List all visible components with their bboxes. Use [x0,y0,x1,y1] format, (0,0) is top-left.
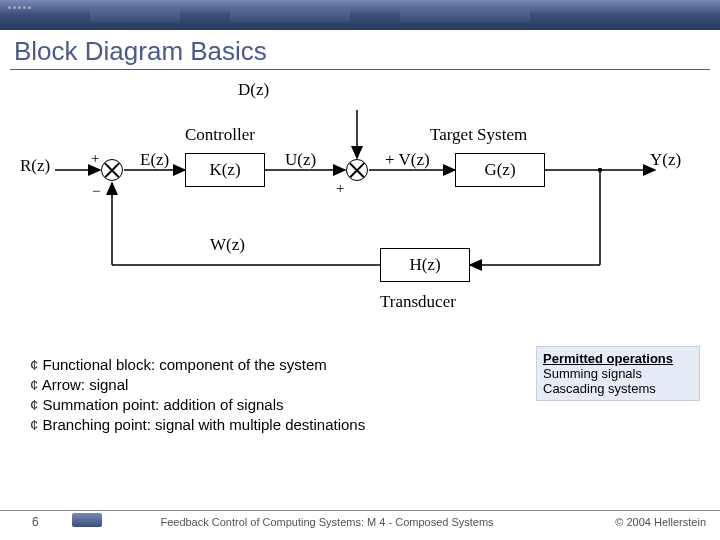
header-segment [230,8,350,22]
permitted-line: Cascading systems [543,381,693,396]
slide-header [0,0,720,30]
sum1-minus: − [92,183,100,200]
summing-junction-2 [346,159,368,181]
signal-U: U(z) [285,150,316,170]
header-dots-icon [8,6,31,9]
footer-copyright: © 2004 Hellerstein [615,516,706,528]
block-K: K(z) [185,153,265,187]
summing-junction-1 [101,159,123,181]
permitted-title: Permitted operations [543,351,693,366]
footer-segment [72,513,102,527]
controller-label: Controller [185,125,255,145]
transducer-label: Transducer [380,292,456,312]
target-system-label: Target System [430,125,527,145]
signal-W: W(z) [210,235,245,255]
block-diagram: D(z) Controller Target System R(z) E(z) … [0,70,720,345]
block-G: G(z) [455,153,545,187]
slide-footer: 6 Feedback Control of Computing Systems:… [0,510,720,540]
signal-Y: Y(z) [650,150,681,170]
disturbance-label: D(z) [238,80,269,100]
sum1-plus: + [91,150,99,167]
block-H: H(z) [380,248,470,282]
signal-R: R(z) [20,156,50,176]
header-segment [400,8,530,22]
permitted-operations-box: Permitted operations Summing signals Cas… [536,346,700,401]
slide-number: 6 [14,515,39,529]
list-item: Branching point: signal with multiple de… [30,416,690,433]
diagram-arrows [0,70,720,345]
page-title: Block Diagram Basics [0,30,720,67]
permitted-line: Summing signals [543,366,693,381]
footer-center: Feedback Control of Computing Systems: M… [39,516,616,528]
header-segment [90,8,180,22]
signal-E: E(z) [140,150,169,170]
signal-V: + V(z) [385,150,430,170]
sum2-plus: + [336,180,344,197]
